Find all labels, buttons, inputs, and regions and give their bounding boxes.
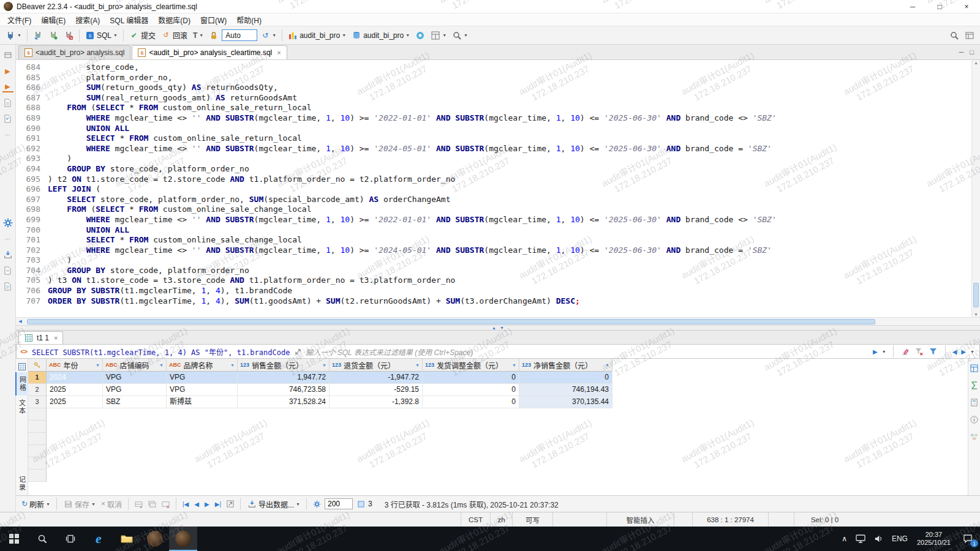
volume-icon[interactable] bbox=[870, 527, 888, 551]
cell[interactable]: 2024 bbox=[47, 372, 103, 384]
apply-filter-icon[interactable]: ▶ bbox=[873, 348, 878, 355]
line-number[interactable]: 699 bbox=[16, 215, 48, 225]
invalidate-connection-button[interactable] bbox=[46, 29, 61, 42]
horizontal-scroll-thumb[interactable] bbox=[27, 319, 875, 324]
close-button[interactable]: × bbox=[953, 0, 980, 13]
code-line[interactable]: ) bbox=[48, 255, 971, 266]
cell[interactable]: SBZ bbox=[103, 396, 167, 408]
cell[interactable]: 0 bbox=[423, 396, 519, 408]
aggregate-panel-icon[interactable] bbox=[969, 380, 980, 391]
cell[interactable]: VPG bbox=[103, 384, 167, 396]
more-icon[interactable]: ⋯ bbox=[2, 233, 13, 244]
editor-horizontal-scrollbar[interactable]: ◀ bbox=[16, 317, 980, 325]
results-tab-t1[interactable]: t1 1 × bbox=[18, 331, 63, 344]
tab-analysis-cleartime-sql[interactable]: S <audit_bi_pro> analysis_cleartime.sql … bbox=[132, 45, 287, 59]
code-line[interactable]: FROM (SELECT * FROM custom_online_sale_r… bbox=[48, 103, 971, 113]
remove-filter-icon[interactable] bbox=[914, 347, 924, 356]
column-header-4[interactable]: 123退货金额（元）▼ bbox=[330, 359, 423, 372]
disconnect-button[interactable] bbox=[61, 29, 76, 42]
internet-explorer-icon[interactable]: e bbox=[85, 527, 113, 551]
cell[interactable]: VPG bbox=[167, 384, 238, 396]
cell[interactable]: VPG bbox=[167, 372, 238, 384]
result-settings-gear-icon[interactable] bbox=[311, 499, 323, 509]
export-result-icon[interactable] bbox=[2, 249, 13, 260]
code-line[interactable]: UNION ALL bbox=[48, 225, 971, 236]
schema-selector[interactable]: audit_bi_pro ▼ bbox=[349, 29, 412, 42]
column-header-3[interactable]: 123销售金额（元）▼ bbox=[238, 359, 330, 372]
erase-filter-icon[interactable] bbox=[900, 347, 910, 356]
filter-history-caret-icon[interactable]: ▼ bbox=[882, 350, 886, 354]
database-selector[interactable]: audit_bi_pro ▼ bbox=[285, 29, 349, 42]
last-row-button[interactable]: ▶| bbox=[213, 501, 223, 508]
script-templates-icon[interactable] bbox=[2, 113, 13, 124]
vertical-scroll-thumb[interactable] bbox=[973, 283, 979, 307]
cell[interactable]: 斯搏兹 bbox=[167, 396, 238, 408]
column-header-2[interactable]: ABC品牌名称▼ bbox=[167, 359, 238, 372]
code-line[interactable]: ) t3 ON t1.store_code = t3.store_code AN… bbox=[48, 276, 971, 286]
code-line[interactable]: WHERE mgclear_time <> '' AND SUBSTR(mgcl… bbox=[48, 246, 971, 256]
cell[interactable]: 0 bbox=[423, 372, 519, 384]
line-number[interactable]: 690 bbox=[16, 124, 48, 134]
tab-analysis-sql[interactable]: S <audit_bi_pro> analysis.sql bbox=[18, 45, 130, 59]
code-line[interactable]: LEFT JOIN ( bbox=[48, 184, 971, 195]
column-dropdown-icon[interactable]: ▼ bbox=[512, 363, 516, 367]
code-line[interactable]: ) bbox=[48, 154, 971, 164]
line-number[interactable]: 703 bbox=[16, 255, 48, 266]
code-line[interactable]: ORDER BY SUBSTR(t1.mgclearTime, 1, 4), S… bbox=[48, 296, 971, 307]
line-number[interactable]: 684 bbox=[16, 62, 48, 73]
line-number[interactable]: 689 bbox=[16, 113, 48, 124]
more-icon[interactable]: ⋯ bbox=[2, 129, 13, 140]
transaction-log-button[interactable]: ↺ ▼ bbox=[258, 29, 279, 42]
first-row-button[interactable]: |◀ bbox=[181, 501, 190, 508]
column-dropdown-icon[interactable]: ▼ bbox=[159, 363, 164, 367]
menu-item-5[interactable]: 窗口(W) bbox=[195, 13, 232, 26]
filter-sql-text[interactable]: SELECT SUBSTR(t1.mgclearTime, 1, 4) AS "… bbox=[32, 347, 290, 357]
navigator-sync-button[interactable] bbox=[413, 29, 428, 42]
search-menu-button[interactable]: ▼ bbox=[450, 29, 470, 42]
column-header-0[interactable]: ABC年份▼ bbox=[47, 359, 103, 372]
line-number[interactable]: 707 bbox=[16, 296, 48, 307]
value-viewer-panel-icon[interactable] bbox=[969, 362, 980, 373]
column-dropdown-icon[interactable]: ▼ bbox=[96, 363, 100, 367]
line-number[interactable]: 705 bbox=[16, 276, 48, 286]
line-number[interactable]: 704 bbox=[16, 266, 48, 276]
presentation-tab-grid[interactable]: 网格 bbox=[15, 372, 29, 395]
cell[interactable]: 2025 bbox=[47, 384, 103, 396]
line-number[interactable]: 706 bbox=[16, 286, 48, 296]
line-number[interactable]: 694 bbox=[16, 164, 48, 174]
start-button[interactable] bbox=[0, 527, 28, 551]
open-connection-button[interactable] bbox=[31, 29, 45, 42]
maximize-editor-icon[interactable]: □ bbox=[970, 48, 974, 56]
line-number[interactable]: 685 bbox=[16, 73, 48, 83]
code-line[interactable]: SUM(real_return_goods_amt) AS returnGood… bbox=[48, 93, 971, 103]
column-dropdown-icon[interactable]: ▼ bbox=[322, 363, 326, 367]
code-line[interactable]: SELECT * FROM custom_online_sale_return_… bbox=[48, 133, 971, 144]
tray-chevron-icon[interactable]: ∧ bbox=[837, 527, 851, 551]
menu-item-1[interactable]: 编辑(E) bbox=[36, 13, 70, 26]
editor-vertical-scrollbar[interactable]: ▲ ▼ bbox=[971, 60, 980, 317]
expand-filter-icon[interactable] bbox=[293, 347, 303, 356]
code-line[interactable]: UNION ALL bbox=[48, 124, 971, 134]
cell[interactable]: VPG bbox=[103, 372, 167, 384]
editor-results-splitter[interactable]: ▲ ▼ bbox=[16, 325, 980, 331]
line-number[interactable]: 702 bbox=[16, 246, 48, 256]
rollback-button[interactable]: ↺ 回滚 bbox=[159, 28, 190, 42]
column-header-6[interactable]: 123净销售金额（元）▼ bbox=[519, 359, 612, 372]
splitter-up-icon[interactable]: ▲ bbox=[492, 326, 496, 330]
minimize-editor-icon[interactable]: ─ bbox=[959, 48, 964, 56]
results-filter-bar[interactable]: <> SELECT SUBSTR(t1.mgclearTime, 1, 4) A… bbox=[16, 344, 980, 359]
network-icon[interactable] bbox=[851, 527, 870, 551]
commit-mode-combo[interactable]: Auto bbox=[222, 29, 257, 41]
menu-item-0[interactable]: 文件(F) bbox=[2, 13, 36, 26]
code-line[interactable]: GROUP BY store_code, platform_order_no bbox=[48, 266, 971, 276]
line-number[interactable]: 691 bbox=[16, 133, 48, 144]
scroll-down-icon[interactable]: ▼ bbox=[972, 312, 980, 317]
cell[interactable]: 0 bbox=[519, 372, 612, 384]
cell[interactable]: 2025 bbox=[47, 396, 103, 408]
goto-row-button[interactable] bbox=[225, 499, 236, 509]
column-dropdown-icon[interactable]: ▼ bbox=[605, 363, 609, 367]
code-line[interactable]: WHERE mgclear_time <> '' AND SUBSTR(mgcl… bbox=[48, 144, 971, 154]
filters-menu-icon[interactable] bbox=[929, 347, 938, 356]
splitter-down-icon[interactable]: ▼ bbox=[500, 326, 504, 330]
cell[interactable]: 0 bbox=[423, 384, 519, 396]
